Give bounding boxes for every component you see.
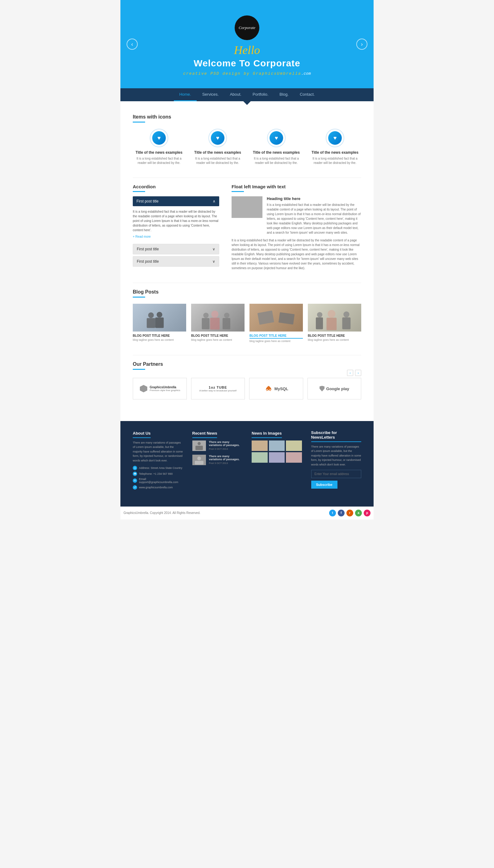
pinterest-icon[interactable]: p <box>364 509 370 516</box>
partner-name-1: 1oz TUBE <box>199 386 236 389</box>
icon-title-0: Title of the news examples <box>133 150 185 155</box>
blog-item-2: BLOG POST TITLE HERE blog tagline goes h… <box>249 304 303 343</box>
partners-section: Our Partners ‹ › GraphicsUmbrella P <box>133 362 361 400</box>
svg-rect-5 <box>210 317 220 329</box>
news-img-3 <box>252 452 268 463</box>
partner-sub-1: A better way to broadcast yourself <box>199 389 236 392</box>
news-img-5 <box>286 452 302 463</box>
subscribe-button[interactable]: Subscribe <box>311 481 338 489</box>
svg-rect-3 <box>155 317 164 328</box>
blog-section-title: Blog Posts <box>133 289 361 295</box>
hero-next-button[interactable]: › <box>356 39 367 50</box>
svg-point-0 <box>148 312 154 318</box>
blog-image-3 <box>308 304 361 331</box>
rss-icon[interactable]: r <box>346 509 353 516</box>
twitter-icon[interactable]: t <box>329 509 336 516</box>
float-image-text: Heading title here It is a long establis… <box>231 196 361 235</box>
icons-grid: ♥ Title of the news examples It is a lon… <box>133 129 361 165</box>
icon-item-2: ♥ Title of the news examples It is a lon… <box>250 129 303 165</box>
icon-item-1: ♥ Title of the news examples It is a lon… <box>191 129 244 165</box>
accordion-item-1: First post title ∨ <box>133 244 219 254</box>
nav-home[interactable]: Home. <box>174 88 197 101</box>
icon-desc-1: It is a long established fact that a rea… <box>191 156 244 165</box>
nav-about[interactable]: About. <box>224 88 247 101</box>
news-date-0: Post 3 OCT 2013 <box>209 448 243 450</box>
location-icon: ● <box>133 466 137 470</box>
svg-point-8 <box>224 313 229 318</box>
partners-nav: ‹ › <box>347 370 361 376</box>
svg-point-25 <box>197 457 201 460</box>
blog-tagline-3: blog tagline goes here as content <box>308 338 361 341</box>
footer-email: ✉ Email: support@graphicsumbrella.com <box>133 478 183 484</box>
accordion-readmore-0[interactable]: + Read more <box>133 234 219 239</box>
facebook-icon[interactable]: f <box>338 509 345 516</box>
blog-image-1 <box>191 304 245 331</box>
icon-circle-outer-3: ♥ <box>326 129 344 147</box>
blog-image-2 <box>249 304 303 331</box>
news-title-1: There are many variations of passages. <box>209 455 243 461</box>
partners-prev-button[interactable]: ‹ <box>347 370 353 376</box>
news-img-4 <box>269 452 285 463</box>
accordion-header-1[interactable]: First post title ∨ <box>133 244 219 254</box>
footer: About Us There are many variations of pa… <box>120 421 374 506</box>
icon-circle-outer-2: ♥ <box>267 129 286 147</box>
footer-news-images-title: News In Images <box>252 431 282 438</box>
accordion-chevron-down-1: ∨ <box>212 247 215 251</box>
svg-rect-10 <box>258 310 274 325</box>
accordion-label-2: First post title <box>137 259 159 264</box>
nav-services[interactable]: Services. <box>197 88 224 101</box>
float-section-line <box>231 191 244 192</box>
hero-section: Corporate Hello Welcome To Corporate cre… <box>120 0 374 88</box>
heart-icon-2: ♥ <box>269 131 283 145</box>
footer-bottom: GraphicsUmbrella. Copyright 2014. All Ri… <box>120 506 374 520</box>
icon-circle-outer-0: ♥ <box>150 129 168 147</box>
icon-item-3: ♥ Title of the news examples It is a lon… <box>309 129 361 165</box>
icons-section-line <box>133 122 145 122</box>
blog-tagline-2: blog tagline goes here as content <box>249 340 303 343</box>
footer-email-text: Email: support@graphicsumbrella.com <box>139 478 183 484</box>
accordion-header-0[interactable]: First post title ∧ <box>133 196 219 206</box>
svg-point-6 <box>203 313 208 318</box>
svg-point-12 <box>328 310 335 317</box>
partners-line <box>133 369 145 370</box>
accordion-body-0: It is a long established fact that a rea… <box>133 206 219 242</box>
svg-marker-20 <box>320 386 324 391</box>
phone-icon: ☎ <box>133 472 137 476</box>
news-img-2 <box>286 441 302 451</box>
news-thumb-0 <box>192 441 206 451</box>
svg-rect-26 <box>195 461 204 465</box>
partner-name-0: GraphicsUmbrella <box>150 386 180 389</box>
icon-desc-0: It is a long established fact that a rea… <box>133 156 185 165</box>
svg-rect-13 <box>327 317 337 330</box>
blog-post-title-1: BLOG POST TITLE HERE <box>191 334 245 337</box>
android-icon[interactable]: a <box>355 509 362 516</box>
accordion-label-0: First post title <box>136 199 158 204</box>
footer-recent-news: Recent News There are many variations of… <box>192 430 243 491</box>
float-heading: Heading title here <box>267 196 361 201</box>
svg-rect-9 <box>223 318 230 329</box>
nav-triangle <box>120 101 374 105</box>
news-img-0 <box>252 441 268 451</box>
nav-blog[interactable]: Blog. <box>274 88 294 101</box>
subscribe-email-input[interactable] <box>311 470 362 478</box>
nav-contact[interactable]: Contact. <box>294 88 320 101</box>
icon-title-1: Title of the news examples <box>191 150 244 155</box>
footer-address-text: Address: Street Area State Country <box>139 466 183 469</box>
nav-portfolio[interactable]: Portfolio. <box>247 88 274 101</box>
heart-icon-1: ♥ <box>211 131 225 145</box>
svg-point-22 <box>197 442 201 445</box>
partners-next-button[interactable]: › <box>355 370 361 376</box>
accordion-header-2[interactable]: First post title ∨ <box>133 256 219 267</box>
icons-section-title: Items with icons <box>133 114 361 120</box>
blog-item-3: BLOG POST TITLE HERE blog tagline goes h… <box>308 304 361 343</box>
hero-title: Welcome To Corporate <box>120 58 374 69</box>
partners-grid: GraphicsUmbrella Premium style free grap… <box>133 378 361 400</box>
icon-item-0: ♥ Title of the news examples It is a lon… <box>133 129 185 165</box>
partner-name-2: MySQL <box>274 386 288 391</box>
hero-prev-button[interactable]: ‹ <box>127 39 138 50</box>
blog-image-0 <box>133 304 186 331</box>
email-icon: ✉ <box>133 479 137 483</box>
footer-subscribe-text: There are many variations of passages of… <box>311 444 362 467</box>
partner-item-1: 1oz TUBE A better way to broadcast yours… <box>191 378 245 400</box>
footer-phone: ☎ Telephone: +1 234 567 890 <box>133 472 183 476</box>
